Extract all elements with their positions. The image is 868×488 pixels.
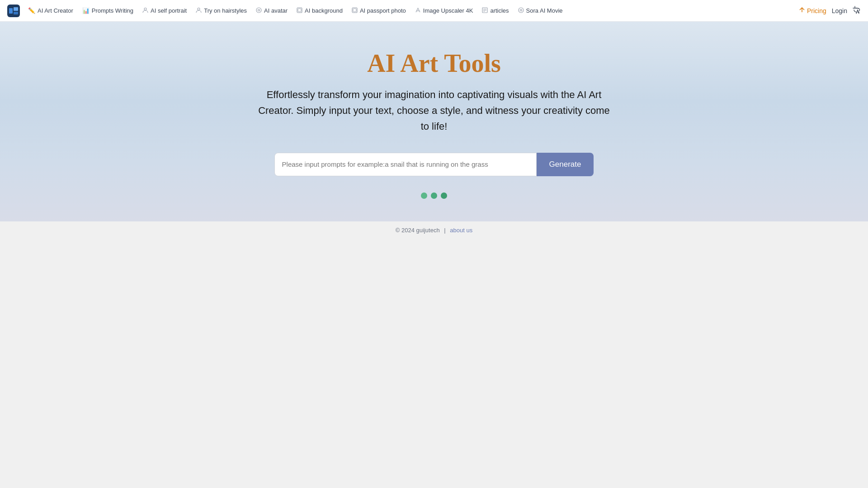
nav-item-ai-passport-photo[interactable]: AI passport photo: [347, 0, 410, 22]
pricing-link[interactable]: Pricing: [799, 7, 826, 14]
pricing-label: Pricing: [807, 7, 826, 14]
nav-label-ai-avatar: AI avatar: [264, 7, 288, 14]
svg-point-6: [256, 8, 261, 13]
svg-point-16: [519, 8, 524, 13]
navbar-right: Pricing Login: [799, 6, 861, 16]
nav-label-sora-ai-movie: Sora AI Movie: [526, 7, 563, 14]
articles-icon: [482, 7, 488, 14]
upscaler-icon: [415, 7, 421, 14]
svg-rect-11: [353, 9, 356, 12]
chart-icon: 📊: [82, 7, 90, 14]
passport-icon: [352, 7, 358, 14]
nav-item-sora-ai-movie[interactable]: Sora AI Movie: [514, 0, 567, 22]
nav-label-ai-art-creator: AI Art Creator: [38, 7, 73, 14]
background-icon: [297, 7, 302, 14]
svg-point-17: [520, 9, 522, 11]
about-us-link[interactable]: about us: [450, 227, 472, 234]
hero-section: AI Art Tools Effortlessly transform your…: [0, 22, 868, 221]
prompt-input[interactable]: [274, 153, 537, 176]
nav-label-prompts-writing: Prompts Writing: [92, 7, 133, 14]
translate-icon[interactable]: [853, 6, 861, 16]
avatar-icon: [256, 7, 262, 14]
nav-item-articles[interactable]: articles: [477, 0, 513, 22]
navbar: ✏️ AI Art Creator 📊 Prompts Writing AI s…: [0, 0, 868, 22]
nav-label-image-upscaler-4k: Image Upscaler 4K: [423, 7, 473, 14]
portrait-icon: [142, 7, 148, 14]
logo[interactable]: [7, 5, 20, 17]
main-content: [0, 239, 868, 488]
sora-icon: [518, 7, 524, 14]
nav-item-ai-background[interactable]: AI background: [292, 0, 347, 22]
dot-3: [441, 192, 447, 199]
footer-separator: |: [444, 227, 445, 234]
svg-rect-3: [14, 12, 18, 14]
nav-label-ai-passport-photo: AI passport photo: [360, 7, 406, 14]
svg-point-5: [198, 8, 200, 10]
nav-item-ai-avatar[interactable]: AI avatar: [251, 0, 292, 22]
dot-2: [431, 192, 437, 199]
svg-rect-9: [298, 9, 301, 12]
footer: © 2024 guijutech | about us: [0, 221, 868, 239]
hairstyle-icon: [196, 7, 202, 14]
nav-label-ai-self-portrait: AI self portrait: [151, 7, 187, 14]
nav-label-try-on-hairstyles: Try on hairstyles: [204, 7, 247, 14]
svg-rect-1: [9, 8, 13, 14]
hero-title: AI Art Tools: [9, 49, 859, 78]
nav-item-ai-art-creator[interactable]: ✏️ AI Art Creator: [24, 0, 78, 22]
pencil-icon: ✏️: [28, 7, 35, 14]
nav-label-ai-background: AI background: [305, 7, 343, 14]
nav-item-try-on-hairstyles[interactable]: Try on hairstyles: [191, 0, 251, 22]
dot-1: [421, 192, 427, 199]
pricing-icon: [799, 7, 805, 14]
nav-item-ai-self-portrait[interactable]: AI self portrait: [138, 0, 191, 22]
nav-label-articles: articles: [490, 7, 509, 14]
nav-item-image-upscaler-4k[interactable]: Image Upscaler 4K: [410, 0, 478, 22]
svg-rect-2: [14, 7, 18, 11]
copyright-text: © 2024 guijutech: [396, 227, 440, 234]
generate-button[interactable]: Generate: [537, 153, 594, 176]
svg-point-4: [144, 8, 146, 10]
login-button[interactable]: Login: [832, 7, 847, 14]
hero-subtitle: Effortlessly transform your imagination …: [258, 87, 610, 135]
loading-dots: [9, 192, 859, 199]
svg-point-7: [258, 9, 260, 11]
nav-item-prompts-writing[interactable]: 📊 Prompts Writing: [78, 0, 138, 22]
nav-items: ✏️ AI Art Creator 📊 Prompts Writing AI s…: [24, 0, 799, 22]
prompt-search-row: Generate: [9, 153, 859, 176]
